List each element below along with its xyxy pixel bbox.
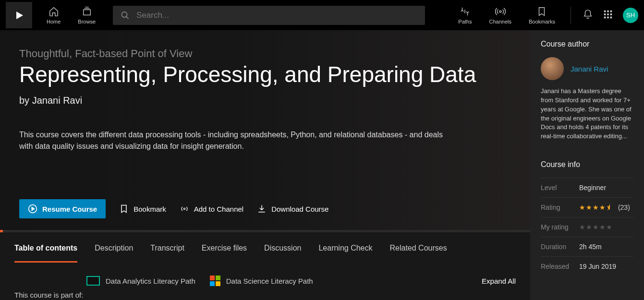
nav-channels-label: Channels <box>489 19 511 24</box>
play-circle-icon <box>28 204 37 214</box>
path-icon-teal <box>86 276 100 286</box>
path-link-data-science[interactable]: Data Science Literacy Path <box>210 276 313 286</box>
info-value: Beginner <box>579 184 606 192</box>
nav-home[interactable]: Home <box>38 6 69 24</box>
search-input[interactable] <box>136 11 417 20</box>
search-icon <box>121 11 130 20</box>
path-label: Data Analytics Literacy Path <box>106 277 195 285</box>
bookmark-icon <box>119 204 129 214</box>
info-duration: Duration 2h 45m <box>541 237 633 256</box>
course-title: Representing, Processing, and Preparing … <box>19 62 509 87</box>
apps-button[interactable] <box>598 5 618 25</box>
svg-rect-10 <box>607 16 609 18</box>
tab-transcript[interactable]: Transcript <box>150 244 184 263</box>
svg-rect-8 <box>610 13 612 15</box>
header-divider <box>571 7 571 24</box>
course-hero: Thoughtful, Fact-based Point of View Rep… <box>0 30 530 230</box>
nav-paths-label: Paths <box>458 19 472 24</box>
info-released: Released 19 Jun 2019 <box>541 256 633 276</box>
svg-rect-7 <box>607 13 609 15</box>
course-sidebar: Course author Janani Ravi Janani has a M… <box>530 30 644 300</box>
resume-label: Resume Course <box>42 205 97 213</box>
resume-course-button[interactable]: Resume Course <box>19 199 106 218</box>
nav-paths[interactable]: Paths <box>450 6 480 24</box>
svg-rect-6 <box>604 13 606 15</box>
info-label: Rating <box>541 204 579 211</box>
info-label: Released <box>541 263 579 270</box>
author-bio: Janani has a Masters degree from Stanfor… <box>541 87 633 141</box>
nav-bookmarks[interactable]: Bookmarks <box>520 6 564 24</box>
svg-rect-11 <box>610 16 612 18</box>
tab-description[interactable]: Description <box>95 244 133 263</box>
author-section-title: Course author <box>541 40 633 48</box>
add-channel-label: Add to Channel <box>194 205 243 213</box>
tab-toc[interactable]: Table of contents <box>14 244 77 263</box>
expand-all-button[interactable]: Expand All <box>482 277 516 285</box>
path-icon-ms <box>210 276 220 286</box>
info-level: Level Beginner <box>541 178 633 197</box>
svg-point-1 <box>122 12 127 17</box>
info-rating: Rating ★★★★⯨ (23) <box>541 197 633 217</box>
nav-browse[interactable]: Browse <box>69 6 104 24</box>
svg-rect-0 <box>83 10 90 15</box>
bookmarks-icon <box>536 6 547 17</box>
nav-browse-label: Browse <box>78 19 96 24</box>
broadcast-icon <box>180 204 189 214</box>
my-rating-stars[interactable]: ★★★★★ <box>579 223 613 231</box>
tab-related[interactable]: Related Courses <box>390 244 447 263</box>
info-value: 19 Jun 2019 <box>579 263 616 270</box>
course-description: This course covers the different data pr… <box>19 129 451 152</box>
tab-learning-check[interactable]: Learning Check <box>318 244 372 263</box>
channels-icon <box>495 6 506 17</box>
info-value: 2h 45m <box>579 243 602 251</box>
info-label: My rating <box>541 223 579 231</box>
paths-of-label: This course is part of: <box>14 291 83 299</box>
nav-channels[interactable]: Channels <box>480 6 520 24</box>
user-avatar[interactable]: SH <box>623 8 638 23</box>
nav-bookmarks-label: Bookmarks <box>529 19 555 24</box>
svg-rect-3 <box>604 10 606 12</box>
course-progress <box>0 230 530 232</box>
rating-count: (23) <box>618 204 630 211</box>
notifications-button[interactable] <box>578 5 598 25</box>
download-icon <box>257 204 267 214</box>
browse-icon <box>82 6 92 17</box>
grid-icon <box>603 9 613 20</box>
svg-rect-9 <box>604 16 606 18</box>
add-channel-button[interactable]: Add to Channel <box>180 204 243 214</box>
course-tabs: Table of contents Description Transcript… <box>0 232 530 263</box>
info-myrating[interactable]: My rating ★★★★★ <box>541 217 633 237</box>
app-logo[interactable] <box>6 2 32 28</box>
path-link-analytics[interactable]: Data Analytics Literacy Path <box>86 276 195 286</box>
home-icon <box>49 6 59 17</box>
tab-discussion[interactable]: Discussion <box>264 244 301 263</box>
course-byline: by Janani Ravi <box>19 95 511 106</box>
svg-rect-4 <box>607 10 609 12</box>
progress-fill <box>0 230 3 232</box>
svg-rect-5 <box>610 10 612 12</box>
info-section-title: Course info <box>541 160 633 169</box>
download-label: Download Course <box>271 205 328 213</box>
tab-exercise[interactable]: Exercise files <box>202 244 247 263</box>
nav-home-label: Home <box>47 19 61 24</box>
bookmark-button[interactable]: Bookmark <box>119 204 166 214</box>
download-button[interactable]: Download Course <box>257 204 328 214</box>
hero-subheading: Thoughtful, Fact-based Point of View <box>19 48 511 60</box>
search-box[interactable] <box>113 6 425 25</box>
info-label: Duration <box>541 243 579 251</box>
rating-stars: ★★★★⯨ <box>579 204 613 211</box>
paths-icon <box>460 6 470 17</box>
path-label: Data Science Literacy Path <box>226 277 313 285</box>
author-name-link[interactable]: Janani Ravi <box>571 65 608 73</box>
svg-point-2 <box>499 11 501 12</box>
bookmark-label: Bookmark <box>134 205 166 213</box>
svg-point-13 <box>183 208 185 209</box>
author-avatar[interactable] <box>541 57 564 80</box>
bell-icon <box>583 9 593 20</box>
info-label: Level <box>541 184 579 192</box>
